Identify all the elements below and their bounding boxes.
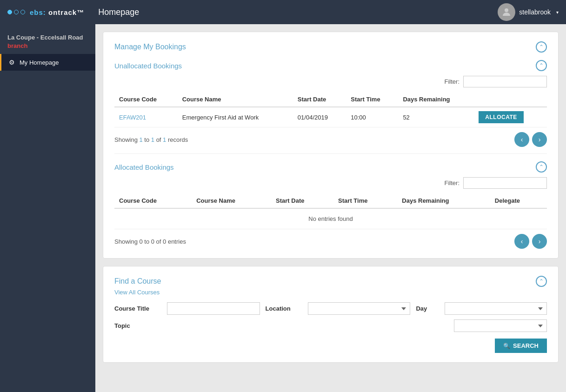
search-button[interactable]: 🔍 SEARCH [495,339,547,353]
day-select[interactable] [445,302,547,315]
home-icon: ⚙ [9,59,15,66]
location-label: Location [266,305,303,312]
manage-bookings-card: Manage My Bookings ⌃ Unallocated Booking… [103,32,559,259]
avatar [498,3,515,21]
navbar-title: Homepage [98,7,498,17]
unallocated-table: Course Code Course Name Start Date Start… [114,92,547,127]
unallocated-bookings-header: Unallocated Bookings ⌃ [114,60,547,71]
sidebar: La Coupe - Eccelsall Roadbranch ⚙ My Hom… [0,24,95,392]
allocated-filter-label: Filter: [445,179,460,186]
course-title-label: Course Title [114,305,161,312]
col-start-time-1: Start Time [346,92,398,107]
table-row: EFAW201 Emergency First Aid at Work 01/0… [114,107,547,127]
unallocated-pagination-buttons: ‹ › [514,132,547,147]
allocated-table: Course Code Course Name Start Date Start… [114,193,547,229]
page-link-3[interactable]: 1 [163,136,166,143]
cell-days-remaining: 52 [398,107,474,127]
find-course-form-row2: Topic [114,319,547,332]
logo-text: ebs: ontrack™ [30,8,84,16]
topic-select[interactable] [454,319,547,332]
logo-dot-1 [7,10,12,14]
col-course-name-2: Course Name [192,193,271,208]
prev-page-button-2[interactable]: ‹ [514,234,529,249]
logo-dots [7,10,25,14]
cell-allocate: ALLOCATE [474,107,547,127]
user-dropdown-icon[interactable]: ▾ [556,10,559,15]
find-course-form-row1: Course Title Location Day [114,302,547,315]
next-page-button-1[interactable]: › [532,132,547,147]
find-course-title: Find a Course [114,277,161,286]
sidebar-branch: La Coupe - Eccelsall Roadbranch [0,28,95,54]
next-page-button-2[interactable]: › [532,234,547,249]
table-row-no-entries: No entries found [114,208,547,229]
manage-bookings-collapse-btn[interactable]: ⌃ [536,41,547,53]
unallocated-filter-label: Filter: [445,78,460,85]
find-course-collapse-btn[interactable]: ⌃ [536,276,547,287]
location-select[interactable] [308,302,410,315]
allocated-pagination-buttons: ‹ › [514,234,547,249]
col-start-date-1: Start Date [293,92,346,107]
find-course-header: Find a Course ⌃ [114,276,547,287]
logo-dot-2 [14,10,19,14]
col-start-date-2: Start Date [271,193,333,208]
col-course-code-1: Course Code [114,92,178,107]
allocated-collapse-btn[interactable]: ⌃ [536,161,547,173]
navbar-left: ebs: ontrack™ [7,8,84,16]
unallocated-filter-input[interactable] [463,76,547,87]
navbar: ebs: ontrack™ Homepage stellabrook ▾ [0,0,566,24]
day-select-wrapper [445,302,547,315]
col-action-1 [474,92,547,107]
col-course-name-1: Course Name [178,92,293,107]
main-layout: La Coupe - Eccelsall Roadbranch ⚙ My Hom… [0,24,566,392]
manage-bookings-header: Manage My Bookings ⌃ [114,41,547,53]
col-delegate: Delegate [490,193,547,208]
search-icon: 🔍 [503,343,510,349]
navbar-right: stellabrook ▾ [498,3,559,21]
col-days-remaining-2: Days Remaining [397,193,490,208]
logo-dot-3 [20,10,25,14]
username[interactable]: stellabrook [519,8,551,16]
col-course-code-2: Course Code [114,193,192,208]
allocated-pagination-info: Showing 0 to 0 of 0 entries [114,238,186,245]
col-start-time-2: Start Time [333,193,397,208]
cell-course-name: Emergency First Aid at Work [178,107,293,127]
course-title-input[interactable] [167,302,260,315]
no-entries-cell: No entries found [114,208,547,229]
view-all-courses-link[interactable]: View All Courses [114,289,160,296]
find-course-card: Find a Course ⌃ View All Courses Course … [103,266,559,363]
allocated-filter-input[interactable] [463,177,547,189]
topic-select-wrapper [454,319,547,332]
col-days-remaining-1: Days Remaining [398,92,474,107]
allocated-pagination-row: Showing 0 to 0 of 0 entries ‹ › [114,234,547,249]
content: Manage My Bookings ⌃ Unallocated Booking… [95,24,566,392]
page-link-2[interactable]: 1 [151,136,154,143]
prev-page-button-1[interactable]: ‹ [514,132,529,147]
sidebar-item-my-homepage[interactable]: ⚙ My Homepage [0,54,95,71]
unallocated-pagination-row: Showing 1 to 1 of 1 records ‹ › [114,132,547,147]
search-btn-label: SEARCH [513,342,539,349]
manage-bookings-title: Manage My Bookings [114,43,186,51]
location-select-wrapper [308,302,410,315]
cell-start-date: 01/04/2019 [293,107,346,127]
sidebar-item-label: My Homepage [20,59,59,66]
unallocated-filter-row: Filter: [114,76,547,87]
cell-start-time: 10:00 [346,107,398,127]
unallocated-bookings-title: Unallocated Bookings [114,62,182,70]
allocated-bookings-title: Allocated Bookings [114,163,174,171]
unallocated-pagination-info: Showing 1 to 1 of 1 records [114,136,188,143]
allocated-bookings-header: Allocated Bookings ⌃ [114,161,547,173]
cell-course-code: EFAW201 [114,107,178,127]
course-code-link[interactable]: EFAW201 [119,114,146,121]
unallocated-collapse-btn[interactable]: ⌃ [536,60,547,71]
day-label: Day [416,305,439,312]
search-row: 🔍 SEARCH [114,339,547,353]
topic-label: Topic [114,322,448,329]
page-link-1[interactable]: 1 [139,136,142,143]
svg-point-0 [505,8,508,12]
allocate-button[interactable]: ALLOCATE [479,111,523,123]
allocated-filter-row: Filter: [114,177,547,189]
